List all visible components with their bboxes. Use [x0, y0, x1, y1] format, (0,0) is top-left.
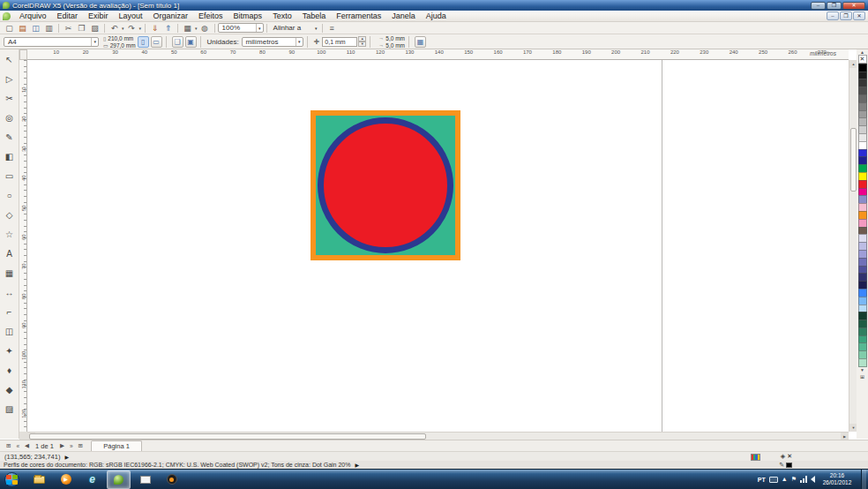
options-icon[interactable]: ≡ [326, 23, 339, 34]
landscape-button[interactable]: ▭ [151, 36, 162, 48]
show-desktop-button[interactable] [861, 470, 866, 489]
toolbox-tool[interactable]: ✦ [1, 342, 19, 361]
keyboard-icon[interactable] [769, 477, 778, 483]
taskbar-image-viewer[interactable] [133, 470, 157, 489]
snap-to-combo[interactable]: Alinhar a ▾ [270, 23, 319, 33]
first-page-button[interactable]: « [13, 443, 22, 449]
toolbox-tool[interactable]: ✂ [1, 89, 19, 109]
current-page-button[interactable]: ▣ [185, 36, 197, 48]
menu-item[interactable]: Exibir [83, 11, 114, 22]
duplicate-y-value[interactable]: 5,0 mm [385, 42, 405, 49]
menu-item[interactable]: Tabela [297, 11, 332, 22]
taskbar-explorer[interactable] [27, 470, 51, 489]
page-width-value[interactable]: 210,0 mm [108, 35, 133, 41]
toolbox-tool[interactable]: ✎ [1, 128, 19, 147]
menu-item[interactable]: Layout [114, 11, 148, 22]
copy-icon[interactable]: ❐ [75, 23, 88, 34]
ruler-origin[interactable] [19, 49, 27, 60]
palette-scroll-down-icon[interactable]: ▼ [860, 367, 864, 373]
toolbox-tool[interactable]: ◇ [1, 206, 19, 225]
toolbox-tool[interactable]: ☆ [1, 225, 19, 244]
duplicate-x-value[interactable]: 5,0 mm [385, 35, 405, 41]
page-tab[interactable]: Página 1 [91, 440, 142, 451]
clock[interactable]: 20:16 26/01/2012 [819, 472, 856, 486]
page-height-value[interactable]: 297,0 mm [110, 42, 136, 49]
horizontal-scroll-thumb[interactable] [29, 433, 426, 440]
menu-item[interactable]: Texto [267, 11, 297, 22]
language-indicator[interactable]: PT [758, 477, 766, 483]
menu-item[interactable]: Editar [52, 11, 84, 22]
undo-icon[interactable]: ↶ [108, 23, 121, 34]
nudge-spinner[interactable]: ▲▼ [358, 36, 366, 47]
menu-item[interactable]: Efeitos [193, 11, 228, 22]
document-palette-icon[interactable] [751, 454, 760, 461]
show-hidden-icons[interactable]: ▲ [782, 476, 788, 483]
last-page-button[interactable]: » [67, 443, 76, 449]
action-center-flag-icon[interactable]: ⚑ [791, 476, 797, 483]
status-expand-icon[interactable]: ▶ [64, 454, 69, 460]
page-size-combo[interactable]: A4 ▾ [4, 37, 99, 47]
color-swatch[interactable] [858, 358, 867, 367]
menu-item[interactable]: Bitmaps [228, 11, 268, 22]
no-color-swatch[interactable]: ✕ [858, 55, 867, 64]
toolbox-tool[interactable]: A [1, 244, 19, 264]
toolbox-tool[interactable]: ◫ [1, 322, 19, 342]
menu-item[interactable]: Ajuda [421, 11, 452, 22]
import-icon[interactable]: ⇓ [148, 23, 161, 34]
minimize-button[interactable]: – [811, 2, 826, 10]
toolbox-tool[interactable]: ↖ [1, 50, 19, 70]
corel-connect-icon[interactable]: ◍ [198, 23, 212, 34]
export-icon[interactable]: ⇑ [161, 23, 175, 34]
mdi-minimize-button[interactable]: – [827, 11, 839, 20]
taskbar-internet-explorer[interactable]: e [80, 470, 104, 489]
close-button[interactable]: ✕ [842, 2, 865, 10]
toolbox-tool[interactable]: ◧ [1, 147, 19, 167]
all-pages-button[interactable]: ❑ [172, 36, 183, 48]
new-document-icon[interactable]: ▢ [3, 23, 16, 34]
units-combo[interactable]: milímetros ▾ [242, 37, 303, 47]
toolbox-tool[interactable]: ↔ [1, 283, 19, 303]
next-page-button[interactable]: ▶ [57, 442, 67, 449]
toolbox-tool[interactable]: ○ [1, 186, 19, 206]
toolbox-tool[interactable]: ◎ [1, 109, 19, 128]
taskbar-coreldraw[interactable] [107, 470, 131, 489]
toolbox-tool[interactable]: ▷ [1, 70, 19, 89]
toolbox-tool[interactable]: ⌐ [1, 303, 19, 322]
menu-item[interactable]: Organizar [148, 11, 194, 22]
redo-dropdown-caret[interactable]: ▾ [139, 26, 142, 31]
menu-item[interactable]: Janela [386, 11, 421, 22]
toolbox-tool[interactable]: ♦ [1, 361, 19, 380]
toolbox-tool[interactable]: ▨ [1, 400, 19, 419]
start-button[interactable] [4, 472, 19, 487]
profile-expand-icon[interactable]: ▶ [355, 462, 359, 468]
palette-flyout-icon[interactable]: ⊞ [860, 373, 864, 380]
add-page-start-button[interactable]: ⊞ [4, 442, 13, 449]
propbar-options-button[interactable]: ▦ [415, 36, 426, 48]
toolbox-tool[interactable]: ▦ [1, 264, 19, 283]
print-icon[interactable]: ▥ [42, 23, 56, 34]
network-icon[interactable] [800, 476, 807, 483]
paste-icon[interactable]: ▨ [88, 23, 101, 34]
square-shape[interactable] [311, 110, 460, 260]
horizontal-scrollbar[interactable]: ◀ ▶ [27, 432, 849, 440]
circle-shape[interactable] [318, 117, 453, 253]
portrait-button[interactable]: ▯ [138, 36, 149, 48]
horizontal-ruler[interactable]: 1020304050607080901001101201301401501601… [19, 49, 849, 60]
toolbox-tool[interactable]: ▭ [1, 167, 19, 186]
mdi-restore-button[interactable]: ❐ [840, 11, 852, 20]
taskbar-media-player[interactable]: ▶ [54, 470, 78, 489]
redo-icon[interactable]: ↷ [125, 23, 138, 34]
cut-icon[interactable]: ✂ [62, 23, 75, 34]
add-page-end-button[interactable]: ⊞ [76, 442, 86, 449]
vertical-scroll-thumb[interactable] [850, 128, 857, 192]
vertical-scrollbar[interactable]: ▲ ▼ [849, 60, 857, 432]
drawing-canvas[interactable] [27, 60, 849, 432]
open-icon[interactable]: ▤ [16, 23, 29, 34]
nudge-offset-field[interactable]: 0,1 mm [322, 37, 357, 47]
previous-page-button[interactable]: ◀ [22, 442, 32, 449]
toolbox-tool[interactable]: ◆ [1, 380, 19, 400]
vertical-ruler[interactable]: 102030405060708090100110120 [19, 60, 27, 432]
volume-icon[interactable] [811, 476, 815, 483]
menu-item[interactable]: Ferramentas [331, 11, 386, 22]
maximize-button[interactable]: ❐ [827, 2, 842, 10]
